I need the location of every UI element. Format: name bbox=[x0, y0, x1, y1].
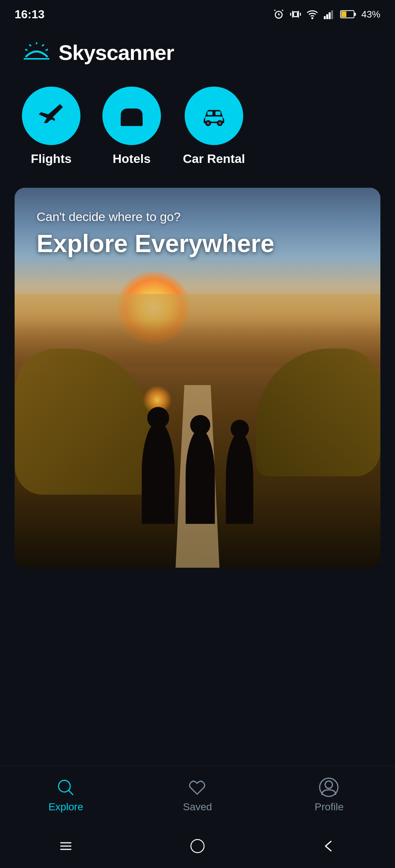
hotels-circle[interactable] bbox=[102, 87, 161, 145]
svg-point-4 bbox=[312, 18, 313, 19]
profile-nav-label: Profile bbox=[315, 801, 343, 813]
svg-rect-6 bbox=[326, 14, 328, 19]
svg-rect-10 bbox=[354, 13, 356, 16]
hotel-icon bbox=[117, 101, 146, 130]
svg-line-13 bbox=[42, 45, 44, 46]
svg-line-1 bbox=[274, 10, 275, 11]
svg-rect-22 bbox=[215, 111, 221, 115]
svg-line-28 bbox=[68, 790, 73, 795]
svg-rect-3 bbox=[294, 12, 298, 16]
svg-line-2 bbox=[282, 10, 283, 11]
svg-line-15 bbox=[46, 49, 48, 50]
explore-everywhere-card[interactable]: Can't decide where to go? Explore Everyw… bbox=[15, 188, 380, 568]
explore-card-subtitle: Can't decide where to go? bbox=[37, 210, 358, 224]
explore-nav-label: Explore bbox=[49, 801, 83, 813]
car-rental-circle[interactable] bbox=[185, 87, 243, 145]
svg-rect-7 bbox=[329, 12, 331, 19]
status-time: 16:13 bbox=[15, 8, 45, 21]
app-title: Skyscanner bbox=[59, 40, 174, 65]
svg-point-29 bbox=[325, 781, 332, 788]
svg-point-34 bbox=[191, 840, 204, 853]
vibrate-icon bbox=[290, 8, 301, 20]
status-bar: 16:13 bbox=[0, 0, 395, 26]
explore-card-title: Explore Everywhere bbox=[37, 230, 358, 257]
svg-rect-5 bbox=[324, 16, 326, 19]
app-header: Skyscanner bbox=[0, 26, 395, 72]
skyscanner-logo-icon bbox=[22, 42, 51, 62]
saved-nav-label: Saved bbox=[183, 801, 212, 813]
explore-card-text: Can't decide where to go? Explore Everyw… bbox=[37, 210, 358, 257]
svg-line-16 bbox=[25, 49, 27, 50]
services-row: Flights Hotels bbox=[0, 72, 395, 180]
wifi-icon bbox=[306, 8, 318, 20]
signal-icon bbox=[323, 8, 335, 20]
person-silhouette-2 bbox=[186, 429, 215, 524]
svg-point-26 bbox=[218, 122, 221, 125]
system-back-button[interactable] bbox=[320, 837, 338, 855]
hotels-label: Hotels bbox=[113, 152, 151, 166]
plane-icon bbox=[37, 101, 66, 130]
alarm-icon bbox=[273, 8, 285, 20]
person-silhouette-1 bbox=[142, 422, 175, 524]
explore-nav-icon bbox=[56, 777, 76, 797]
nav-item-explore[interactable]: Explore bbox=[1, 777, 131, 813]
battery-icon bbox=[340, 9, 356, 19]
system-menu-button[interactable] bbox=[57, 837, 75, 855]
nav-item-profile[interactable]: Profile bbox=[264, 777, 394, 813]
car-icon bbox=[199, 101, 229, 130]
svg-rect-11 bbox=[341, 11, 346, 17]
person-silhouette-3 bbox=[226, 433, 253, 524]
bottom-navigation: Explore Saved Profile bbox=[0, 766, 395, 824]
system-navigation-bar bbox=[0, 824, 395, 868]
svg-rect-19 bbox=[124, 119, 139, 122]
battery-percentage: 43% bbox=[361, 9, 380, 20]
svg-rect-21 bbox=[207, 111, 212, 115]
svg-point-18 bbox=[124, 112, 128, 116]
system-home-button[interactable] bbox=[188, 837, 207, 855]
svg-line-14 bbox=[29, 45, 31, 46]
car-rental-service[interactable]: Car Rental bbox=[183, 87, 245, 166]
svg-rect-8 bbox=[331, 10, 333, 19]
car-rental-label: Car Rental bbox=[183, 152, 245, 166]
flights-circle[interactable] bbox=[22, 87, 80, 145]
people-silhouettes bbox=[142, 422, 253, 524]
flights-service[interactable]: Flights bbox=[22, 87, 80, 166]
saved-nav-icon bbox=[187, 777, 207, 797]
hotels-service[interactable]: Hotels bbox=[102, 87, 161, 166]
profile-nav-icon bbox=[319, 777, 339, 797]
svg-point-24 bbox=[207, 122, 210, 125]
status-icons: 43% bbox=[273, 8, 380, 20]
nav-item-saved[interactable]: Saved bbox=[132, 777, 263, 813]
flights-label: Flights bbox=[31, 152, 71, 166]
